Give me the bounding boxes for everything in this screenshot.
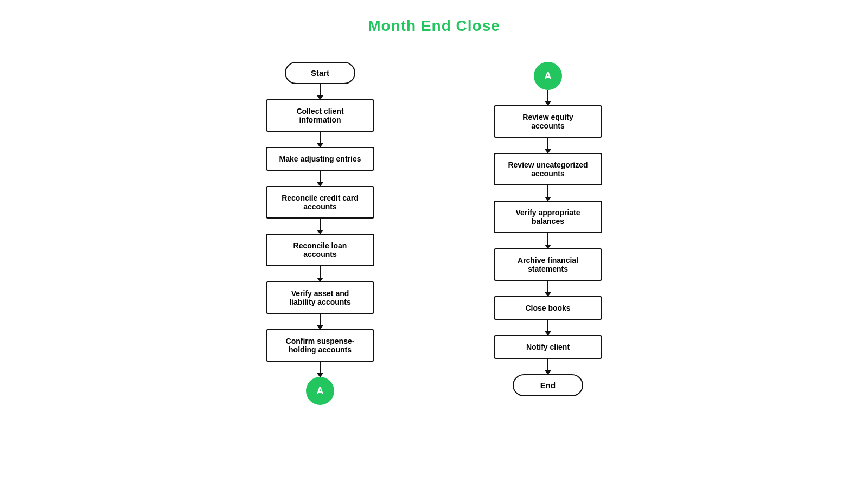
- flowchart-container: Start Collect client information Make ad…: [0, 62, 868, 405]
- arrow: [547, 359, 548, 374]
- right-column: A Review equity accounts Review uncatego…: [494, 62, 602, 405]
- node-adjusting: Make adjusting entries: [266, 147, 374, 171]
- page-title: Month End Close: [0, 0, 868, 35]
- arrow: [320, 362, 321, 377]
- node-start: Start: [285, 62, 355, 84]
- node-connector-a-bottom: A: [306, 377, 334, 405]
- node-connector-a-top: A: [534, 62, 562, 90]
- node-end: End: [513, 374, 583, 396]
- arrow: [320, 314, 321, 329]
- node-asset-liability: Verify asset and liability accounts: [266, 281, 374, 314]
- arrow: [320, 266, 321, 281]
- node-notify: Notify client: [494, 335, 602, 359]
- arrow: [320, 219, 321, 234]
- arrow: [547, 185, 548, 201]
- arrow: [547, 90, 548, 105]
- node-loan: Reconcile loan accounts: [266, 234, 374, 266]
- node-uncategorized: Review uncategorized accounts: [494, 153, 602, 185]
- arrow: [547, 138, 548, 153]
- node-close-books: Close books: [494, 296, 602, 320]
- arrow: [320, 171, 321, 186]
- node-equity: Review equity accounts: [494, 105, 602, 138]
- node-suspense: Confirm suspense-holding accounts: [266, 329, 374, 362]
- arrow: [320, 132, 321, 147]
- arrow: [547, 233, 548, 248]
- arrow: [547, 320, 548, 335]
- node-balances: Verify appropriate balances: [494, 201, 602, 233]
- arrow-wavy: [547, 281, 548, 296]
- node-credit-card: Reconcile credit card accounts: [266, 186, 374, 219]
- arrow: [320, 84, 321, 99]
- node-archive: Archive financial statements: [494, 248, 602, 281]
- left-column: Start Collect client information Make ad…: [266, 62, 374, 405]
- node-collect: Collect client information: [266, 99, 374, 132]
